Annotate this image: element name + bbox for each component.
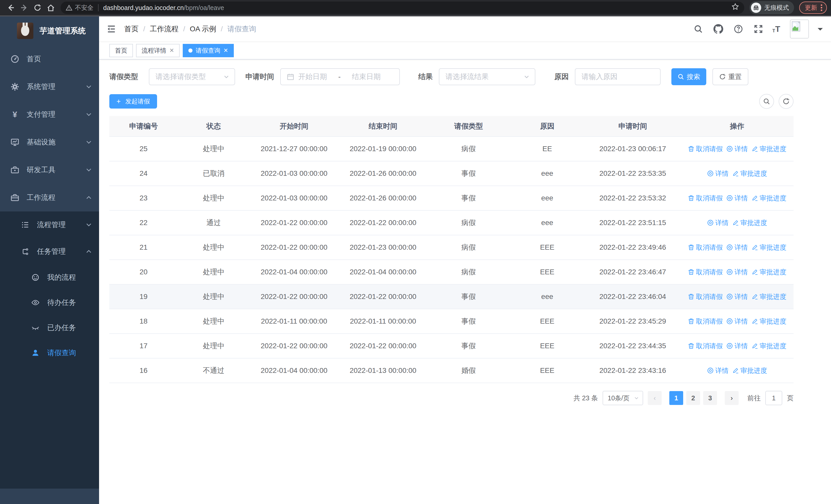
cancel-leave-link[interactable]: 取消请假 <box>688 317 723 326</box>
table-header-row: 申请编号 状态 开始时间 结束时间 请假类型 原因 申请时间 操作 <box>109 116 794 137</box>
cancel-leave-link[interactable]: 取消请假 <box>688 342 723 351</box>
sidebar-item-payment[interactable]: ¥ 支付管理 <box>0 100 99 128</box>
cancel-leave-link[interactable]: 取消请假 <box>688 292 723 301</box>
cancel-leave-link[interactable]: 取消请假 <box>688 194 723 203</box>
breadcrumb-workflow[interactable]: 工作流程 <box>150 24 179 34</box>
view-icon <box>726 244 733 251</box>
search-button[interactable]: 搜索 <box>671 68 706 85</box>
date-range-input[interactable]: 开始日期 - 结束日期 <box>280 68 400 85</box>
progress-link[interactable]: 审批进度 <box>751 292 786 301</box>
sidebar-item-devtools[interactable]: 研发工具 <box>0 156 99 184</box>
header-search-icon[interactable] <box>692 23 705 35</box>
browser-update-button[interactable]: 更新 <box>799 2 827 14</box>
avatar-caret-icon[interactable] <box>818 28 823 33</box>
security-warning[interactable]: 不安全 <box>66 4 93 12</box>
cell-applied: 2022-01-22 23:46:04 <box>585 284 681 309</box>
detail-link[interactable]: 详情 <box>707 366 728 375</box>
detail-link[interactable]: 详情 <box>726 292 748 301</box>
cell-end: 2022-01-22 00:00:00 <box>339 284 428 309</box>
refresh-table-button[interactable] <box>779 94 794 109</box>
fullscreen-icon[interactable] <box>752 23 765 35</box>
cell-status: 处理中 <box>178 186 250 210</box>
sidebar-collapse-icon[interactable] <box>107 24 116 34</box>
sidebar-item-infra[interactable]: 基础设施 <box>0 128 99 156</box>
page-button-1[interactable]: 1 <box>669 391 683 405</box>
detail-link[interactable]: 详情 <box>726 194 748 203</box>
detail-link[interactable]: 详情 <box>726 243 748 252</box>
cell-id: 25 <box>109 137 178 161</box>
next-page-button[interactable]: › <box>725 391 739 405</box>
cell-type: 病假 <box>428 137 510 161</box>
progress-link[interactable]: 审批进度 <box>732 169 767 178</box>
col-leave-type: 请假类型 <box>428 116 510 137</box>
reason-input[interactable]: 请输入原因 <box>575 68 661 85</box>
sidebar-item-home[interactable]: 首页 <box>0 45 99 73</box>
cell-status: 处理中 <box>178 334 250 358</box>
github-icon[interactable] <box>712 23 724 35</box>
detail-link[interactable]: 详情 <box>707 169 728 178</box>
browser-menu-icon[interactable] <box>821 4 822 11</box>
page-button-3[interactable]: 3 <box>703 391 717 405</box>
create-leave-button[interactable]: 发起请假 <box>109 94 157 109</box>
sidebar-item-done-tasks[interactable]: 已办任务 <box>0 315 99 340</box>
sidebar-item-my-process[interactable]: 我的流程 <box>0 265 99 290</box>
detail-link[interactable]: 详情 <box>726 342 748 351</box>
tab-home[interactable]: 首页 <box>109 44 133 57</box>
cancel-leave-link[interactable]: 取消请假 <box>688 268 723 277</box>
url-bar[interactable]: 不安全 dashboard.yudao.iocoder.cn/bpm/oa/le… <box>61 2 744 14</box>
page-size-select[interactable]: 10条/页 <box>603 391 643 405</box>
calendar-icon <box>287 73 294 80</box>
cancel-leave-link[interactable]: 取消请假 <box>688 145 723 153</box>
view-icon <box>726 146 733 152</box>
reset-button[interactable]: 重置 <box>712 68 748 85</box>
cell-reason: EEE <box>510 309 585 334</box>
progress-link[interactable]: 审批进度 <box>751 145 786 153</box>
sidebar-item-todo-tasks[interactable]: 待办任务 <box>0 290 99 315</box>
incognito-badge[interactable]: 无痕模式 <box>749 1 794 14</box>
detail-link[interactable]: 详情 <box>726 268 748 277</box>
sidebar-item-task-mgmt[interactable]: 任务管理 <box>0 238 99 265</box>
sidebar-item-leave-query[interactable]: 请假查询 <box>0 340 99 365</box>
back-icon[interactable] <box>4 1 18 14</box>
bookmark-star-icon[interactable] <box>732 3 739 12</box>
url-text[interactable]: dashboard.yudao.iocoder.cn/bpm/oa/leave <box>103 4 224 11</box>
leave-type-select[interactable]: 请选择请假类型 <box>149 68 235 85</box>
cancel-leave-link[interactable]: 取消请假 <box>688 243 723 252</box>
forward-icon[interactable] <box>18 1 31 14</box>
show-search-button[interactable] <box>759 94 774 109</box>
close-icon[interactable]: ✕ <box>223 47 228 54</box>
progress-link[interactable]: 审批进度 <box>751 194 786 203</box>
detail-link[interactable]: 详情 <box>726 145 748 153</box>
sidebar-item-system[interactable]: 系统管理 <box>0 73 99 100</box>
progress-link[interactable]: 审批进度 <box>732 218 767 227</box>
tab-leave-query[interactable]: 请假查询✕ <box>183 44 233 57</box>
detail-link[interactable]: 详情 <box>707 218 728 227</box>
detail-link[interactable]: 详情 <box>726 317 748 326</box>
app-logo-image <box>17 23 33 39</box>
prev-page-button[interactable]: ‹ <box>648 391 662 405</box>
cell-start: 2022-01-04 00:00:00 <box>250 260 339 284</box>
progress-link[interactable]: 审批进度 <box>751 268 786 277</box>
cell-actions: 取消请假详情审批进度 <box>681 260 794 284</box>
breadcrumb-oa[interactable]: OA 示例 <box>190 24 216 34</box>
progress-link[interactable]: 审批进度 <box>751 317 786 326</box>
sidebar-logo[interactable]: 芋道管理系统 <box>0 17 99 45</box>
font-size-icon[interactable] <box>772 25 780 33</box>
sidebar-item-workflow[interactable]: 工作流程 <box>0 184 99 211</box>
tab-process-detail[interactable]: 流程详情✕ <box>136 44 180 57</box>
sidebar-item-process-mgmt[interactable]: 流程管理 <box>0 211 99 238</box>
page-button-2[interactable]: 2 <box>686 391 700 405</box>
reload-icon[interactable] <box>31 1 44 14</box>
breadcrumb-home[interactable]: 首页 <box>124 24 139 34</box>
avatar[interactable] <box>790 20 809 38</box>
goto-page-input[interactable] <box>765 391 782 405</box>
progress-link[interactable]: 审批进度 <box>751 342 786 351</box>
home-icon[interactable] <box>44 1 57 14</box>
close-icon[interactable]: ✕ <box>169 47 174 54</box>
cell-applied: 2022-01-22 23:46:47 <box>585 260 681 284</box>
result-select[interactable]: 请选择流结果 <box>439 68 535 85</box>
progress-link[interactable]: 审批进度 <box>732 366 767 375</box>
progress-link[interactable]: 审批进度 <box>751 243 786 252</box>
help-icon[interactable] <box>732 23 745 35</box>
cell-start: 2022-01-03 00:00:00 <box>250 186 339 210</box>
